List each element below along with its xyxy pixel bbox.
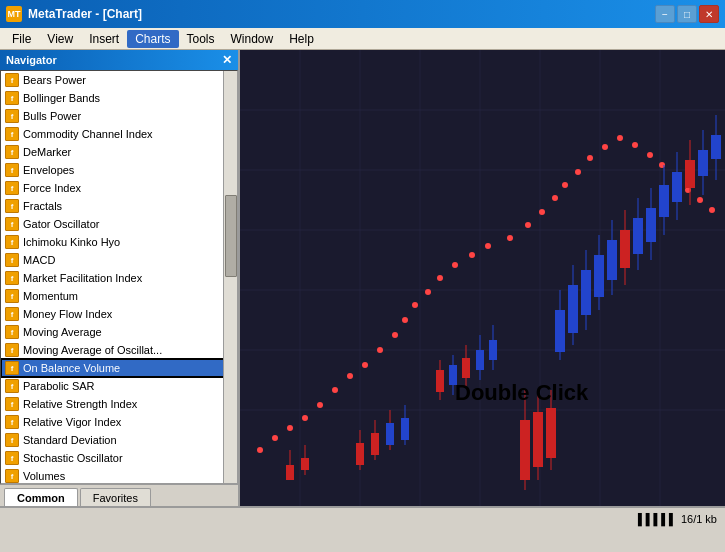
menu-insert[interactable]: Insert — [81, 30, 127, 48]
nav-label-market-facilitation-index: Market Facilitation Index — [23, 272, 142, 284]
status-info-text: 16/1 kb — [681, 513, 717, 525]
nav-item-market-facilitation-index[interactable]: fMarket Facilitation Index — [1, 269, 237, 287]
title-bar: MT MetaTrader - [Chart] − □ ✕ — [0, 0, 725, 28]
nav-icon-on-balance-volume: f — [5, 361, 19, 375]
nav-item-moving-average[interactable]: fMoving Average — [1, 323, 237, 341]
nav-item-commodity-channel-index[interactable]: fCommodity Channel Index — [1, 125, 237, 143]
tab-common[interactable]: Common — [4, 488, 78, 506]
nav-item-demarker[interactable]: fDeMarker — [1, 143, 237, 161]
status-icon-area: ▐▐▐▐▐ — [634, 513, 673, 525]
svg-rect-48 — [286, 465, 294, 480]
nav-item-on-balance-volume[interactable]: fOn Balance Volume — [1, 359, 237, 377]
svg-rect-80 — [646, 208, 656, 242]
svg-point-15 — [272, 435, 278, 441]
nav-item-relative-strength-index[interactable]: fRelative Strength Index — [1, 395, 237, 413]
nav-item-fractals[interactable]: fFractals — [1, 197, 237, 215]
nav-item-standard-deviation[interactable]: fStandard Deviation — [1, 431, 237, 449]
nav-item-bulls-power[interactable]: fBulls Power — [1, 107, 237, 125]
nav-item-momentum[interactable]: fMomentum — [1, 287, 237, 305]
nav-icon-fractals: f — [5, 199, 19, 213]
nav-item-volumes[interactable]: fVolumes — [1, 467, 237, 484]
nav-icon-demarker: f — [5, 145, 19, 159]
close-button[interactable]: ✕ — [699, 5, 719, 23]
svg-rect-78 — [633, 218, 643, 254]
nav-item-bollinger-bands[interactable]: fBollinger Bands — [1, 89, 237, 107]
nav-item-force-index[interactable]: fForce Index — [1, 179, 237, 197]
svg-rect-66 — [555, 310, 565, 352]
svg-rect-62 — [533, 412, 543, 467]
svg-point-20 — [347, 373, 353, 379]
nav-icon-bears-power: f — [5, 73, 19, 87]
svg-point-35 — [562, 182, 568, 188]
nav-item-gator-oscillator[interactable]: fGator Oscillator — [1, 215, 237, 233]
scrollbar-thumb[interactable] — [225, 195, 237, 277]
svg-rect-96 — [462, 358, 470, 378]
svg-point-16 — [287, 425, 293, 431]
title-bar-left: MT MetaTrader - [Chart] — [6, 6, 142, 22]
navigator-close-button[interactable]: ✕ — [222, 53, 232, 67]
navigator-header: Navigator ✕ — [0, 50, 238, 70]
svg-rect-0 — [240, 50, 725, 506]
nav-label-fractals: Fractals — [23, 200, 62, 212]
nav-label-envelopes: Envelopes — [23, 164, 74, 176]
svg-point-24 — [402, 317, 408, 323]
tab-favorites[interactable]: Favorites — [80, 488, 151, 506]
maximize-button[interactable]: □ — [677, 5, 697, 23]
navigator-scrollbar[interactable] — [223, 71, 237, 483]
nav-label-standard-deviation: Standard Deviation — [23, 434, 117, 446]
nav-icon-moving-average-of-oscillat: f — [5, 343, 19, 357]
menu-tools[interactable]: Tools — [179, 30, 223, 48]
nav-icon-bulls-power: f — [5, 109, 19, 123]
nav-icon-commodity-channel-index: f — [5, 127, 19, 141]
svg-point-26 — [425, 289, 431, 295]
status-info: 16/1 kb — [681, 513, 717, 525]
svg-rect-58 — [401, 418, 409, 440]
svg-rect-92 — [436, 370, 444, 392]
svg-point-18 — [317, 402, 323, 408]
nav-icon-volumes: f — [5, 469, 19, 483]
nav-label-bears-power: Bears Power — [23, 74, 86, 86]
nav-label-demarker: DeMarker — [23, 146, 71, 158]
svg-rect-76 — [620, 230, 630, 268]
nav-icon-gator-oscillator: f — [5, 217, 19, 231]
nav-item-relative-vigor-index[interactable]: fRelative Vigor Index — [1, 413, 237, 431]
nav-label-money-flow-index: Money Flow Index — [23, 308, 112, 320]
nav-item-ichimoku-kinko-hyo[interactable]: fIchimoku Kinko Hyo — [1, 233, 237, 251]
svg-rect-68 — [568, 285, 578, 333]
svg-rect-54 — [371, 433, 379, 455]
menu-view[interactable]: View — [39, 30, 81, 48]
nav-icon-moving-average: f — [5, 325, 19, 339]
main-content: Navigator ✕ fBears PowerfBollinger Bands… — [0, 50, 725, 506]
nav-item-moving-average-of-oscillat[interactable]: fMoving Average of Oscillat... — [1, 341, 237, 359]
nav-item-parabolic-sar[interactable]: fParabolic SAR — [1, 377, 237, 395]
menu-charts[interactable]: Charts — [127, 30, 178, 48]
svg-point-39 — [617, 135, 623, 141]
svg-rect-94 — [449, 365, 457, 385]
nav-icon-macd: f — [5, 253, 19, 267]
title-bar-controls: − □ ✕ — [655, 5, 719, 23]
navigator-title: Navigator — [6, 54, 57, 66]
nav-item-bears-power[interactable]: fBears Power — [1, 71, 237, 89]
svg-point-27 — [437, 275, 443, 281]
svg-point-33 — [539, 209, 545, 215]
nav-item-stochastic-oscillator[interactable]: fStochastic Oscillator — [1, 449, 237, 467]
navigator-list[interactable]: fBears PowerfBollinger BandsfBulls Power… — [0, 70, 238, 484]
minimize-button[interactable]: − — [655, 5, 675, 23]
svg-rect-86 — [685, 160, 695, 188]
svg-rect-70 — [581, 270, 591, 315]
menu-file[interactable]: File — [4, 30, 39, 48]
svg-point-31 — [507, 235, 513, 241]
svg-rect-56 — [386, 423, 394, 445]
nav-item-macd[interactable]: fMACD — [1, 251, 237, 269]
menu-help[interactable]: Help — [281, 30, 322, 48]
nav-icon-envelopes: f — [5, 163, 19, 177]
nav-label-bollinger-bands: Bollinger Bands — [23, 92, 100, 104]
menu-window[interactable]: Window — [223, 30, 282, 48]
svg-rect-50 — [301, 458, 309, 470]
nav-item-money-flow-index[interactable]: fMoney Flow Index — [1, 305, 237, 323]
nav-icon-momentum: f — [5, 289, 19, 303]
nav-label-relative-vigor-index: Relative Vigor Index — [23, 416, 121, 428]
svg-point-28 — [452, 262, 458, 268]
nav-item-envelopes[interactable]: fEnvelopes — [1, 161, 237, 179]
svg-rect-74 — [607, 240, 617, 280]
